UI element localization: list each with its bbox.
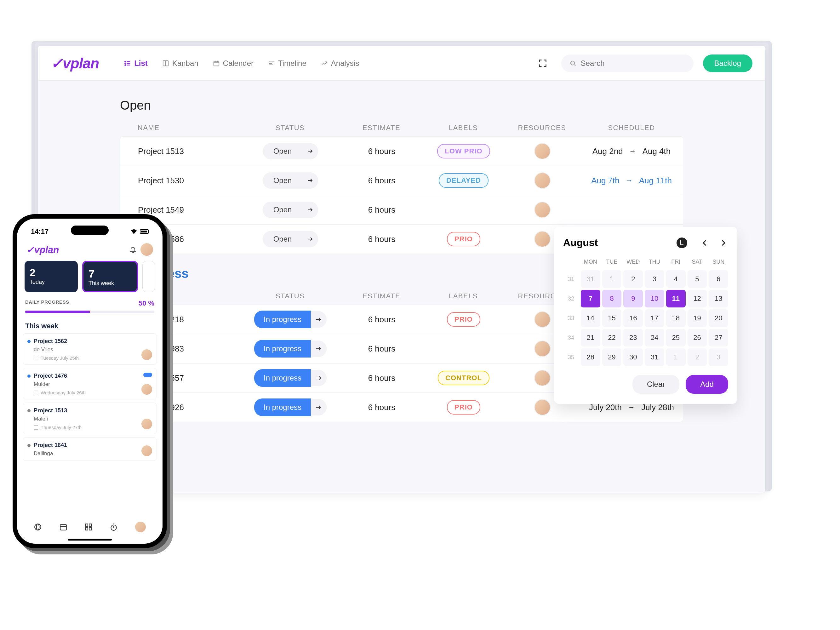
calendar-day[interactable]: 5 xyxy=(688,270,707,288)
view-calendar[interactable]: Calender xyxy=(213,59,254,68)
avatar[interactable] xyxy=(534,311,551,328)
calendar-day[interactable]: 23 xyxy=(623,329,643,346)
status-pill[interactable]: In progress xyxy=(254,341,327,357)
calendar-day[interactable]: 29 xyxy=(602,348,622,366)
clock-icon[interactable] xyxy=(677,237,687,248)
calendar-next[interactable] xyxy=(719,238,728,248)
calendar-day[interactable]: 3 xyxy=(645,270,664,288)
table-row[interactable]: Project 1549Open6 hours xyxy=(120,195,683,224)
status-arrow-icon[interactable] xyxy=(311,341,327,357)
calendar-day[interactable]: 4 xyxy=(666,270,686,288)
calendar-day[interactable]: 19 xyxy=(688,309,707,327)
avatar[interactable] xyxy=(534,231,551,247)
row-scheduled[interactable]: Aug 2nd→Aug 4th xyxy=(580,147,683,156)
calendar-day[interactable]: 1 xyxy=(666,348,686,366)
globe-icon[interactable] xyxy=(34,523,42,531)
calendar-day[interactable]: 16 xyxy=(623,309,643,327)
list-icon xyxy=(124,60,131,67)
row-scheduled[interactable]: July 20th→July 28th xyxy=(580,403,683,412)
calendar-day[interactable]: 28 xyxy=(581,348,600,366)
search-box[interactable] xyxy=(561,55,693,72)
calendar-day[interactable]: 15 xyxy=(602,309,622,327)
calendar-day[interactable]: 31 xyxy=(645,348,664,366)
table-row[interactable]: Project 1513Open6 hoursLOW PRIOAug 2nd→A… xyxy=(120,137,683,166)
view-list[interactable]: List xyxy=(124,59,148,68)
phone-list-item[interactable]: Project 1513MalenThuesday July 27th xyxy=(23,403,157,434)
calendar-day[interactable]: 11 xyxy=(666,290,686,308)
phone-list-item[interactable]: Project 1562de VriesTuesday July 25th xyxy=(23,333,157,365)
calendar-tab-icon[interactable] xyxy=(59,523,67,531)
view-timeline[interactable]: Timeline xyxy=(268,59,306,68)
avatar[interactable] xyxy=(534,370,551,386)
bell-icon[interactable] xyxy=(129,246,137,253)
search-input[interactable] xyxy=(581,59,685,68)
calendar-day[interactable]: 12 xyxy=(688,290,707,308)
calendar-day[interactable]: 24 xyxy=(645,329,664,346)
calendar-day[interactable]: 30 xyxy=(623,348,643,366)
status-pill[interactable]: Open xyxy=(263,231,319,247)
calendar-day[interactable]: 17 xyxy=(645,309,664,327)
calendar-day[interactable]: 26 xyxy=(688,329,707,346)
card-extra[interactable] xyxy=(142,261,155,292)
phone-list-item[interactable]: Project 1641Dallinga xyxy=(23,437,157,461)
phone-tab-avatar[interactable] xyxy=(135,522,146,532)
avatar[interactable] xyxy=(534,143,551,159)
status-pill[interactable]: In progress xyxy=(254,311,327,328)
calendar-day[interactable]: 10 xyxy=(645,290,664,308)
calendar-day[interactable]: 9 xyxy=(623,290,643,308)
table-row[interactable]: Project 1530Open6 hoursDELAYEDAug 7th→Au… xyxy=(120,166,683,195)
calendar-day[interactable]: 18 xyxy=(666,309,686,327)
calendar-day[interactable]: 8 xyxy=(602,290,622,308)
calendar-dow: TUE xyxy=(602,256,622,268)
status-arrow-icon[interactable] xyxy=(302,172,318,189)
calendar-day[interactable]: 25 xyxy=(666,329,686,346)
grid-icon[interactable] xyxy=(84,523,93,531)
phone-list-item[interactable]: Project 1476MulderWednesday July 26th xyxy=(23,368,157,399)
status-pill[interactable]: In progress xyxy=(254,399,327,415)
avatar[interactable] xyxy=(534,202,551,218)
status-pill[interactable]: Open xyxy=(263,172,319,189)
phone-notch xyxy=(71,226,109,235)
calendar-day[interactable]: 2 xyxy=(623,270,643,288)
status-arrow-icon[interactable] xyxy=(311,399,327,415)
calendar-day[interactable]: 1 xyxy=(602,270,622,288)
status-arrow-icon[interactable] xyxy=(311,311,327,328)
avatar[interactable] xyxy=(534,341,551,357)
svg-rect-30 xyxy=(85,524,88,526)
card-week[interactable]: 7 This week xyxy=(82,261,138,292)
calendar-day[interactable]: 22 xyxy=(602,329,622,346)
phone-avatar[interactable] xyxy=(141,243,153,256)
status-arrow-icon[interactable] xyxy=(302,202,318,218)
status-arrow-icon[interactable] xyxy=(311,370,327,386)
calendar-day[interactable]: 7 xyxy=(581,290,600,308)
sched-from: July 20th xyxy=(589,403,622,412)
status-arrow-icon[interactable] xyxy=(302,143,318,159)
avatar[interactable] xyxy=(534,399,551,415)
calendar-day[interactable]: 3 xyxy=(709,348,728,366)
calendar-day[interactable]: 6 xyxy=(709,270,728,288)
view-analysis[interactable]: Analysis xyxy=(321,59,359,68)
card-today[interactable]: 2 Today xyxy=(25,261,78,292)
avatar[interactable] xyxy=(534,172,551,189)
calendar-day[interactable]: 14 xyxy=(581,309,600,327)
calendar-clear-button[interactable]: Clear xyxy=(632,375,679,394)
backlog-button[interactable]: Backlog xyxy=(703,55,752,72)
phone-item-avatar xyxy=(141,418,152,429)
view-kanban[interactable]: Kanban xyxy=(162,59,199,68)
calendar-day[interactable]: 21 xyxy=(581,329,600,346)
status-arrow-icon[interactable] xyxy=(302,231,318,247)
phone-time: 14:17 xyxy=(31,227,49,235)
status-pill[interactable]: Open xyxy=(263,202,319,218)
calendar-prev[interactable] xyxy=(700,238,709,248)
status-pill[interactable]: Open xyxy=(263,143,319,159)
calendar-day[interactable]: 2 xyxy=(688,348,707,366)
row-scheduled[interactable]: Aug 7th→Aug 11th xyxy=(580,176,683,186)
calendar-add-button[interactable]: Add xyxy=(686,375,728,394)
calendar-day[interactable]: 27 xyxy=(709,329,728,346)
calendar-day[interactable]: 13 xyxy=(709,290,728,308)
stopwatch-icon[interactable] xyxy=(110,523,118,531)
status-pill[interactable]: In progress xyxy=(254,370,327,386)
calendar-day[interactable]: 20 xyxy=(709,309,728,327)
calendar-day[interactable]: 31 xyxy=(581,270,600,288)
expand-icon[interactable] xyxy=(538,59,547,68)
